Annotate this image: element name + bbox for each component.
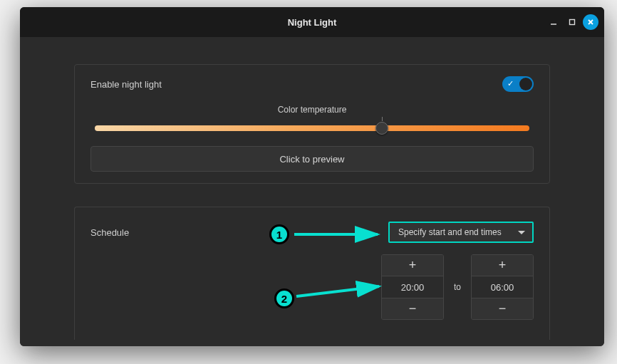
end-time-decrement-button[interactable]: −	[472, 298, 533, 319]
start-time-value[interactable]: 20:00	[382, 276, 443, 298]
to-label: to	[454, 282, 461, 292]
minus-icon: −	[499, 301, 507, 316]
end-time-stepper: + 06:00 −	[471, 254, 534, 320]
time-row: + 20:00 − to + 06:00 −	[90, 254, 534, 320]
start-time-increment-button[interactable]: +	[382, 255, 443, 276]
night-light-window: Night Light Enable night light ✓ Color t…	[20, 7, 604, 346]
check-icon: ✓	[507, 79, 514, 88]
window-controls	[546, 7, 598, 37]
schedule-label: Schedule	[90, 227, 129, 238]
dropdown-value: Specify start and end times	[398, 227, 502, 237]
end-time-value[interactable]: 06:00	[472, 276, 533, 298]
minus-icon: −	[409, 301, 417, 316]
svg-rect-1	[570, 20, 575, 25]
window-title: Night Light	[288, 17, 337, 28]
slider-tick	[382, 117, 383, 121]
slider-handle[interactable]	[375, 122, 388, 135]
end-time-increment-button[interactable]: +	[472, 255, 533, 276]
content-area: Enable night light ✓ Color temperature C…	[20, 37, 604, 346]
preview-button[interactable]: Click to preview	[90, 146, 534, 172]
plus-icon: +	[499, 258, 507, 273]
schedule-panel: Schedule Specify start and end times + 2…	[74, 207, 550, 340]
preview-button-label: Click to preview	[279, 154, 344, 165]
start-time-stepper: + 20:00 −	[381, 254, 444, 320]
color-temperature-label: Color temperature	[90, 105, 534, 115]
maximize-button[interactable]	[564, 14, 580, 30]
plus-icon: +	[409, 258, 417, 273]
close-button[interactable]	[583, 14, 598, 30]
night-light-panel: Enable night light ✓ Color temperature C…	[74, 64, 550, 184]
color-temperature-slider[interactable]	[95, 119, 529, 136]
chevron-down-icon	[518, 231, 525, 234]
titlebar[interactable]: Night Light	[20, 7, 604, 37]
toggle-knob	[519, 78, 532, 90]
enable-night-light-label: Enable night light	[90, 79, 162, 90]
start-time-decrement-button[interactable]: −	[382, 298, 443, 319]
enable-night-light-toggle[interactable]: ✓	[502, 76, 534, 92]
slider-track	[95, 125, 529, 131]
schedule-mode-dropdown[interactable]: Specify start and end times	[388, 222, 534, 243]
minimize-button[interactable]	[546, 14, 561, 30]
